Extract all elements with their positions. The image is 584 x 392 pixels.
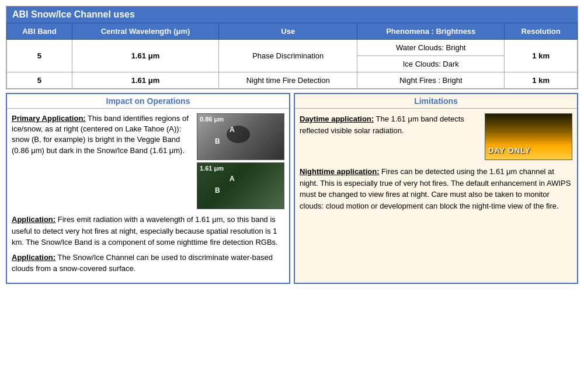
daytime-text: Daytime application: The 1.61 μm band de… [300, 113, 480, 160]
cell-phenomena-2: Night Fires : Bright [357, 72, 505, 89]
primary-label: Primary Application: [12, 114, 86, 123]
limitations-content: Daytime application: The 1.61 μm band de… [295, 109, 577, 216]
daytime-block: Daytime application: The 1.61 μm band de… [300, 113, 572, 160]
application-2-block: Application: The Snow/Ice Channel can be… [12, 252, 284, 275]
letter-b: B [215, 137, 220, 145]
snow-ice-band-image: 1.61 μm A B [197, 162, 284, 209]
cell-resolution-1: 1 km [505, 40, 578, 72]
top-section: ABI Snow/Ice Channel uses ABI Band Centr… [6, 6, 578, 89]
cell-phenomena-1a: Water Clouds: Bright [357, 40, 505, 56]
col-header-resolution: Resolution [505, 23, 578, 40]
bottom-section: Impact on Operations Primary Application… [6, 93, 578, 284]
cell-use-2: Night time Fire Detection [219, 72, 357, 89]
letter-b-2: B [215, 186, 220, 195]
bottom-img-label: 1.61 μm [200, 165, 224, 172]
primary-app-text: Primary Application: This band identifie… [12, 113, 192, 209]
daytime-label: Daytime application: [300, 115, 374, 123]
impact-title: Impact on Operations [7, 94, 289, 109]
cell-phenomena-1b: Ice Clouds: Dark [357, 56, 505, 72]
app1-label: Application: [12, 215, 55, 224]
nighttime-label: Nighttime application: [300, 167, 380, 176]
cell-wavelength-1: 1.61 μm [72, 40, 218, 72]
page-title: ABI Snow/Ice Channel uses [6, 6, 578, 23]
app2-label: Application: [12, 253, 55, 262]
veggie-band-image: 0.86 μm A B [197, 113, 284, 160]
abi-table: ABI Band Central Wavelength (μm) Use Phe… [6, 23, 578, 89]
limitations-title: Limitations [295, 94, 577, 109]
letter-a: A [230, 126, 235, 134]
image-stack: 0.86 μm A B 1.61 μm A B [197, 113, 284, 209]
table-row: 5 1.61 μm Phase Discrimination Water Clo… [7, 40, 578, 56]
col-header-phenomena: Phenomena : Brightness [357, 23, 505, 40]
col-header-wavelength: Central Wavelength (μm) [72, 23, 218, 40]
impact-panel: Impact on Operations Primary Application… [6, 93, 290, 284]
cell-band-2: 5 [7, 72, 72, 89]
day-only-image: DAY ONLY [485, 113, 572, 160]
top-img-label: 0.86 μm [200, 116, 224, 123]
cell-wavelength-2: 1.61 μm [72, 72, 218, 89]
letter-a-2: A [230, 175, 235, 183]
cell-use-1: Phase Discrimination [219, 40, 357, 72]
impact-content: Primary Application: This band identifie… [7, 109, 289, 283]
limitations-panel: Limitations Daytime application: The 1.6… [294, 93, 578, 284]
col-header-band: ABI Band [7, 23, 72, 40]
day-only-label: DAY ONLY [488, 146, 531, 155]
cell-resolution-2: 1 km [505, 72, 578, 89]
cell-band-1: 5 [7, 40, 72, 72]
col-header-use: Use [219, 23, 357, 40]
table-row: 5 1.61 μm Night time Fire Detection Nigh… [7, 72, 578, 89]
primary-app-block: Primary Application: This band identifie… [12, 113, 284, 209]
nighttime-block: Nighttime application: Fires can be dete… [300, 166, 572, 211]
application-1-block: Application: Fires emit radiation with a… [12, 214, 284, 248]
